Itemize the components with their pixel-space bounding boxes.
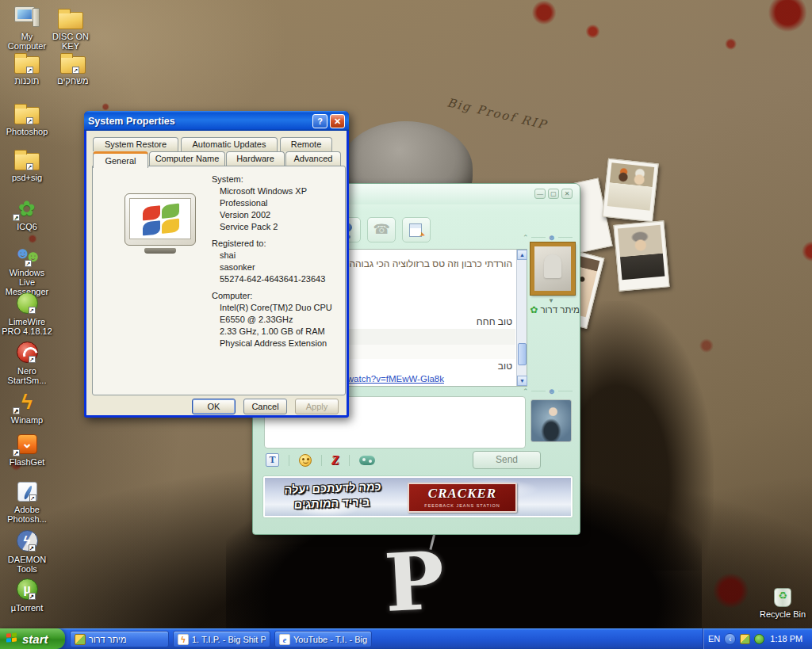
taskbar-task-youtube[interactable]: e YouTube - T.I. - Big S... <box>274 631 372 647</box>
shortcut-arrow-icon: ↗ <box>29 593 36 600</box>
desktop-icon-photoshop-folder[interactable]: ↗ Photoshop <box>2 98 52 136</box>
recycle-bin-icon: ♻ <box>772 586 793 608</box>
system-properties-dialog: System Properties ? ✕ System Restore Aut… <box>84 111 349 418</box>
winamp-task-icon: ϟ <box>178 634 189 645</box>
registered-line: shai <box>220 250 332 260</box>
icon-label: ICQ6 <box>2 222 52 231</box>
desktop-icon-psd-sig[interactable]: ↗ psd+sig <box>2 144 52 182</box>
wallpaper-photo-duo <box>602 158 658 222</box>
tab-remote[interactable]: Remote <box>280 137 332 151</box>
contact-avatar <box>530 242 575 295</box>
system-line: Version 2002 <box>220 210 332 220</box>
icq-status-flower-icon: ✿ <box>530 304 538 315</box>
chat-message-text: הורדתי כרבון וזה טס ברזולוציה הכי גבוהה <box>349 258 512 269</box>
taskbar-task-messenger[interactable]: מיתר דרור <box>70 631 169 647</box>
flashget-icon: ⌄↗ <box>17 434 37 454</box>
scroll-down-icon[interactable]: ▼ <box>517 376 527 386</box>
shortcut-arrow-icon: ↗ <box>29 356 36 363</box>
registered-line: sasonker <box>220 262 332 272</box>
computer-heading: Computer: <box>212 291 332 300</box>
start-label: start <box>22 632 48 646</box>
emoticon-button[interactable] <box>299 454 312 467</box>
desktop-icon-utorrent[interactable]: µ↗ µTorrent <box>2 575 52 613</box>
shortcut-arrow-icon: ↗ <box>13 214 20 221</box>
minimize-icon[interactable]: — <box>534 189 546 199</box>
folder-shortcut-icon: ↗ <box>14 56 40 74</box>
shortcut-arrow-icon: ↗ <box>72 67 79 74</box>
tray-collapse-icon[interactable]: ‹ <box>724 633 736 645</box>
desktop-icon-mischakim[interactable]: ↗ משחקים <box>48 48 98 86</box>
scroll-up-icon[interactable]: ▲ <box>517 250 527 260</box>
shortcut-arrow-icon: ↗ <box>25 260 32 267</box>
contact-name: מיתר דרור <box>540 305 580 315</box>
icon-label: DAEMON Tools <box>2 555 52 574</box>
format-toolbar: T Z <box>266 453 375 467</box>
desktop-icon-tochnot[interactable]: ↗ תוכנות <box>2 48 52 86</box>
chat-message: טוב חחח <box>477 316 512 327</box>
toolbar-divider <box>289 455 289 466</box>
font-button[interactable]: T <box>266 453 279 467</box>
utorrent-icon: µ↗ <box>17 578 38 600</box>
messenger-tray-icon[interactable] <box>740 634 750 644</box>
close-icon[interactable]: ✕ <box>561 189 573 199</box>
maximize-icon[interactable]: ▢ <box>548 189 559 199</box>
folder-shortcut-icon: ↗ <box>14 107 40 124</box>
icon-label: Winamp <box>2 415 52 425</box>
nero-icon: ↗ <box>17 342 38 363</box>
call-button[interactable] <box>367 217 396 242</box>
desktop-icon-recycle-bin[interactable]: ♻ Recycle Bin <box>756 581 810 619</box>
desktop-icon-flashget[interactable]: ⌄↗ FlashGet <box>2 429 52 467</box>
computer-line: E6550 @ 2.33GHz <box>220 315 332 324</box>
dialog-title: System Properties <box>88 116 310 127</box>
system-line: Professional <box>220 198 332 208</box>
ad-banner[interactable]: כמה לדעתכם יעלה ביריד המותגים CRACKER FE… <box>262 475 573 518</box>
icq-tray-icon[interactable] <box>754 634 764 644</box>
apply-button[interactable]: Apply <box>295 399 339 414</box>
icq-flower-icon: ✿↗ <box>18 197 36 220</box>
shortcut-arrow-icon: ↗ <box>29 307 36 314</box>
desktop-icon-daemon-tools[interactable]: ϟ↗ DAEMON Tools <box>2 526 52 574</box>
cancel-button[interactable]: Cancel <box>243 399 287 414</box>
chat-scrollbar[interactable]: ▲ ▼ <box>516 250 527 386</box>
messenger-task-icon <box>75 634 86 645</box>
close-icon[interactable]: ✕ <box>330 114 345 128</box>
clock[interactable]: 1:18 PM <box>770 634 802 643</box>
language-indicator[interactable]: EN <box>708 634 720 643</box>
daemon-tools-icon: ϟ↗ <box>17 530 38 552</box>
registered-heading: Registered to: <box>212 239 332 248</box>
desktop-icon-icq6[interactable]: ✿↗ ICQ6 <box>2 193 52 231</box>
share-photo-button[interactable] <box>402 217 431 242</box>
tab-automatic-updates[interactable]: Automatic Updates <box>181 137 278 151</box>
icon-label: Nero StartSm... <box>2 366 52 385</box>
self-avatar <box>530 399 572 442</box>
icon-label: Photoshop <box>2 127 52 136</box>
desktop-icon-winamp[interactable]: ϟ↗ Winamp <box>2 387 52 425</box>
dialog-titlebar[interactable]: System Properties ? ✕ <box>84 111 349 131</box>
self-panel-header[interactable]: ⌃☻ <box>523 387 575 395</box>
desktop-icon-nero[interactable]: ↗ Nero StartSm... <box>2 338 52 385</box>
contact-panel-header[interactable]: ⌃☻ <box>523 233 575 242</box>
taskbar-task-winamp[interactable]: ϟ 1. T.I.P. - Big Shit Po... <box>173 631 270 647</box>
tab-general[interactable]: General <box>93 151 148 168</box>
windows-logo-icon <box>6 632 18 644</box>
winks-button[interactable]: Z <box>331 454 339 467</box>
desktop-icon-adobe-photoshop[interactable]: ↗ Adobe Photosh... <box>2 476 52 524</box>
desktop-icon-limewire[interactable]: ↗ LimeWire PRO 4.18.12 <box>2 288 52 336</box>
scrollbar-thumb[interactable] <box>518 343 527 365</box>
ad-hebrew-text: כמה לדעתכם יעלה ביריד המותגים <box>272 479 393 513</box>
avatar-options-caret[interactable]: ▼ <box>548 297 554 304</box>
start-button[interactable]: start <box>0 628 65 649</box>
shortcut-arrow-icon: ↗ <box>26 67 33 74</box>
general-tab-page: System: Microsoft Windows XP Professiona… <box>92 166 346 395</box>
folder-shortcut-icon: ↗ <box>14 153 40 170</box>
send-button[interactable]: Send <box>473 451 541 469</box>
icon-label: LimeWire PRO 4.18.12 <box>2 317 52 336</box>
help-icon[interactable]: ? <box>312 114 327 128</box>
shortcut-arrow-icon: ↗ <box>13 449 20 456</box>
system-heading: System: <box>212 174 332 184</box>
games-button[interactable] <box>359 456 375 465</box>
desktop-icon-disc-on-key[interactable]: DISC ON KEY <box>43 3 98 51</box>
tab-system-restore[interactable]: System Restore <box>93 137 178 151</box>
ok-button[interactable]: OK <box>192 399 236 414</box>
windows-flag-icon <box>143 203 181 237</box>
